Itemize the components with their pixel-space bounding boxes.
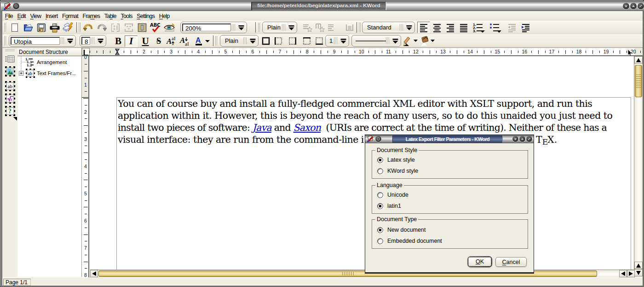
combo-dropdown-arrow[interactable] — [390, 35, 400, 46]
spellcheck-button[interactable]: ABC — [149, 22, 162, 33]
sticky-button[interactable] — [13, 3, 19, 9]
zoom-input[interactable]: 200% — [182, 23, 231, 31]
print-direct-button[interactable] — [62, 22, 75, 33]
link-java[interactable]: Java — [253, 122, 271, 133]
italic-button[interactable]: I — [125, 35, 138, 47]
line-style-combobox[interactable] — [351, 35, 401, 47]
menu-file[interactable]: File — [3, 12, 15, 20]
style-manager-button[interactable] — [326, 22, 336, 33]
strikethrough-button[interactable]: S — [152, 35, 165, 47]
horizontal-scrollbar[interactable] — [90, 269, 634, 277]
radio-circle[interactable] — [377, 168, 383, 174]
numbered-list-button[interactable]: 1. 2. 3. — [472, 22, 486, 33]
border-left-button[interactable] — [272, 35, 285, 47]
dialog-maximize-button[interactable] — [519, 136, 525, 142]
menu-table[interactable]: Table — [102, 12, 119, 20]
dialog-titlebar[interactable]: Latex Export Filter Parameters - KWord — [365, 135, 534, 143]
insert-formula-button[interactable]: x — [4, 92, 16, 105]
radio-latex-style[interactable]: Latex style — [377, 157, 415, 163]
view-mode-button[interactable] — [163, 22, 176, 33]
scroll-left-button[interactable] — [90, 270, 98, 277]
toolbar-overflow-arrow-icon[interactable] — [13, 117, 17, 121]
radio-latin1[interactable]: latin1 — [377, 203, 401, 209]
titlebar[interactable]: file:/home/peter/doc/beginlatex/para.xml… — [1, 1, 644, 11]
undo-button[interactable] — [82, 22, 95, 33]
toolbar-handle[interactable] — [4, 36, 7, 46]
tab-selector[interactable] — [82, 48, 90, 55]
radio-new-document[interactable]: New document — [377, 227, 426, 233]
menu-format[interactable]: Format — [60, 12, 80, 20]
edit-frame-button[interactable] — [109, 22, 122, 33]
radio-circle[interactable] — [377, 203, 383, 209]
create-style-button[interactable] — [301, 22, 314, 33]
horizontal-ruler[interactable]: 1234567891011121314151617181920 — [82, 48, 643, 56]
align-right-button[interactable] — [444, 22, 457, 33]
insert-table-button[interactable] — [4, 53, 16, 65]
dialog-close-button[interactable] — [526, 136, 532, 142]
combo-dropdown-arrow[interactable] — [404, 22, 414, 33]
font-size-combobox[interactable]: 8 — [80, 35, 106, 47]
update-style-button[interactable] — [313, 22, 326, 33]
border-color-button[interactable] — [402, 35, 419, 47]
radio-circle[interactable] — [377, 238, 383, 244]
radio-circle[interactable] — [377, 192, 383, 198]
paragraph-style-combobox[interactable]: Standard — [362, 22, 415, 33]
tree-item-text-frames[interactable]: Text Frames/Fr... — [37, 70, 76, 76]
scroll-down-button[interactable] — [634, 269, 643, 276]
vertical-scrollbar[interactable] — [634, 56, 643, 277]
superscript-button[interactable]: A aI — [166, 35, 178, 47]
underline-button[interactable]: U — [139, 35, 152, 47]
menu-help[interactable]: Help — [157, 12, 172, 20]
combo-dropdown-arrow[interactable] — [338, 35, 348, 46]
radio-unicode[interactable]: Unicode — [377, 192, 408, 198]
combo-dropdown-arrow[interactable] — [286, 22, 296, 33]
document-canvas[interactable]: You can of course buy and install a full… — [90, 56, 634, 269]
close-button[interactable] — [638, 3, 644, 9]
bold-button[interactable]: B — [112, 35, 125, 47]
frame-background-button[interactable] — [419, 35, 436, 47]
decrease-indent-button[interactable] — [506, 22, 518, 33]
border-bottom-button[interactable] — [313, 35, 326, 47]
toolbar-handle[interactable] — [258, 23, 261, 32]
save-button[interactable] — [35, 22, 48, 33]
align-left-button[interactable] — [417, 22, 430, 33]
border-top-button[interactable] — [300, 35, 313, 47]
toolbar-handle[interactable] — [215, 36, 218, 46]
insert-text-frame-button[interactable]: ab — [4, 80, 16, 92]
menu-insert[interactable]: Insert — [43, 12, 60, 20]
radio-circle[interactable] — [377, 227, 383, 233]
scroll-up-button[interactable] — [634, 56, 643, 64]
menu-settings[interactable]: Settings — [134, 12, 156, 20]
dialog-minimize-button[interactable] — [512, 136, 518, 142]
align-justify-button[interactable] — [457, 22, 470, 33]
menu-edit[interactable]: Edit — [15, 12, 28, 20]
font-combobox[interactable]: Utopia — [9, 35, 76, 47]
open-button[interactable] — [22, 22, 34, 33]
dialog-sticky-button[interactable] — [375, 136, 381, 142]
toolbar-handle[interactable] — [4, 23, 7, 32]
insert-object-button[interactable]: ? — [4, 105, 16, 117]
insert-picture-button[interactable] — [4, 65, 16, 77]
radio-embedded-document[interactable]: Embedded document — [377, 238, 442, 244]
vertical-ruler[interactable]: 012345678 — [82, 56, 89, 277]
menu-view[interactable]: View — [28, 12, 43, 20]
text-style-combobox[interactable]: Plain — [262, 22, 297, 33]
subscript-button[interactable]: A aI — [179, 35, 192, 47]
border-style-combobox[interactable]: Plain — [220, 35, 259, 47]
tree-item-arrangement[interactable]: Arrangement — [37, 59, 67, 65]
combo-dropdown-arrow[interactable] — [247, 35, 258, 46]
combo-dropdown-arrow[interactable] — [65, 35, 75, 46]
font-size-input[interactable]: 8 — [81, 37, 90, 45]
maximize-button[interactable] — [630, 3, 637, 9]
toolbar-handle[interactable] — [358, 23, 362, 32]
scroll-right-button[interactable] — [627, 270, 635, 277]
tree-expander[interactable] — [19, 71, 25, 76]
combo-dropdown-arrow[interactable] — [95, 35, 105, 46]
menu-frames[interactable]: Frames — [80, 12, 102, 20]
ok-button[interactable]: OK — [468, 257, 491, 266]
font-color-button[interactable]: A — [194, 35, 211, 47]
toolbar-handle[interactable] — [78, 23, 81, 32]
edit-frame2-button[interactable] — [122, 22, 135, 33]
minimize-button[interactable] — [623, 3, 629, 9]
new-document-button[interactable] — [8, 22, 21, 33]
